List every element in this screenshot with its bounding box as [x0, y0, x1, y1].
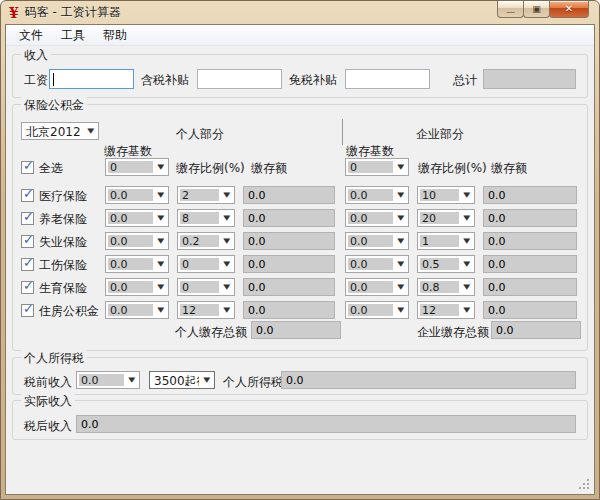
row-checkbox[interactable] [21, 189, 34, 202]
chevron-down-icon [393, 302, 408, 318]
personal-amount-field: 0.0 [243, 278, 335, 296]
chevron-down-icon [199, 372, 214, 388]
chevron-down-icon [83, 123, 98, 139]
insurance-row-pension: 养老保险 0.0 8 0.0 0.0 20 0.0 [13, 209, 587, 228]
select-all-enterprise-base-combo[interactable]: 0 [345, 158, 409, 176]
chevron-down-icon [219, 210, 234, 226]
combo-value: 0.0 [348, 258, 393, 270]
enterprise-ratio-combo[interactable]: 1 [417, 232, 475, 250]
menu-item-file[interactable]: 文件 [10, 24, 52, 47]
insurance-row-unemployment: 失业保险 0.0 0.2 0.0 0.0 1 0.0 [13, 232, 587, 251]
chevron-down-icon [124, 372, 139, 388]
chevron-down-icon [153, 233, 168, 249]
chevron-down-icon [153, 256, 168, 272]
enterprise-ratio-combo[interactable]: 0.8 [417, 278, 475, 296]
chevron-down-icon [459, 256, 474, 272]
salary-input[interactable] [49, 69, 134, 89]
personal-base-combo[interactable]: 0.0 [105, 209, 169, 227]
row-checkbox[interactable] [21, 281, 34, 294]
combo-value: 3500起征 [152, 374, 199, 386]
select-all-checkbox[interactable] [21, 161, 34, 174]
row-label: 住房公积金 [39, 303, 99, 320]
personal-base-combo[interactable]: 0.0 [105, 255, 169, 273]
taxfree-subsidy-input[interactable] [345, 69, 430, 89]
select-all-personal-base-combo[interactable]: 0 [105, 158, 169, 176]
region-select[interactable]: 北京2012 [21, 122, 99, 140]
chevron-down-icon [219, 302, 234, 318]
row-label: 失业保险 [39, 234, 87, 251]
group-income: 收入 工资 含税补贴 免税补贴 总计 [12, 54, 588, 98]
enterprise-ratio-combo[interactable]: 0.5 [417, 255, 475, 273]
section-divider [342, 119, 343, 145]
personal-section-header: 个人部分 [176, 126, 224, 143]
enterprise-amount-field: 0.0 [483, 232, 577, 250]
enterprise-total-label: 企业缴存总额 [417, 324, 489, 341]
personal-ratio-combo[interactable]: 0 [177, 278, 235, 296]
row-label: 养老保险 [39, 211, 87, 228]
personal-ratio-combo[interactable]: 12 [177, 301, 235, 319]
chevron-down-icon [393, 210, 408, 226]
enterprise-amount-field: 0.0 [483, 255, 577, 273]
row-checkbox[interactable] [21, 235, 34, 248]
combo-value: 0 [180, 258, 219, 270]
enterprise-base-combo[interactable]: 0.0 [345, 278, 409, 296]
combo-value: 0.0 [348, 304, 393, 316]
resize-grip[interactable] [579, 479, 589, 489]
personal-amount-field: 0.0 [243, 186, 335, 204]
row-label: 生育保险 [39, 280, 87, 297]
close-button[interactable]: ✕ [549, 1, 589, 18]
enterprise-base-combo[interactable]: 0.0 [345, 255, 409, 273]
menu-item-help[interactable]: 帮助 [94, 24, 136, 47]
enterprise-base-combo[interactable]: 0.0 [345, 186, 409, 204]
pretax-income-label: 税前收入 [24, 374, 72, 391]
personal-amount-field: 0.0 [243, 209, 335, 227]
enterprise-base-combo[interactable]: 0.0 [345, 209, 409, 227]
close-icon: ✕ [565, 4, 573, 14]
yen-app-icon: ¥ [9, 6, 19, 20]
combo-value: 1 [420, 235, 459, 247]
combo-value: 0.0 [348, 212, 393, 224]
personal-ratio-combo[interactable]: 8 [177, 209, 235, 227]
personal-ratio-combo[interactable]: 0.2 [177, 232, 235, 250]
chevron-down-icon [459, 187, 474, 203]
chevron-down-icon [393, 233, 408, 249]
personal-ratio-combo[interactable]: 2 [177, 186, 235, 204]
select-all-label: 全选 [39, 160, 63, 177]
minimize-button[interactable]: — [497, 1, 524, 18]
window-title: 码客 - 工资计算器 [25, 4, 121, 21]
enterprise-base-combo[interactable]: 0.0 [345, 301, 409, 319]
combo-value: 20 [420, 212, 459, 224]
enterprise-ratio-combo[interactable]: 12 [417, 301, 475, 319]
personal-base-combo[interactable]: 0.0 [105, 278, 169, 296]
row-checkbox[interactable] [21, 304, 34, 317]
aftertax-income-label: 税后收入 [24, 418, 72, 435]
maximize-button[interactable]: ▣ [523, 1, 550, 18]
row-checkbox[interactable] [21, 258, 34, 271]
menu-item-tools[interactable]: 工具 [52, 24, 94, 47]
chevron-down-icon [459, 233, 474, 249]
tax-threshold-select[interactable]: 3500起征 [149, 371, 215, 389]
chevron-down-icon [393, 187, 408, 203]
enterprise-ratio-combo[interactable]: 20 [417, 209, 475, 227]
enterprise-ratio-combo[interactable]: 10 [417, 186, 475, 204]
personal-base-combo[interactable]: 0.0 [105, 301, 169, 319]
row-checkbox[interactable] [21, 212, 34, 225]
insurance-row-housing-fund: 住房公积金 0.0 12 0.0 0.0 12 0.0 [13, 301, 587, 320]
enterprise-base-combo[interactable]: 0.0 [345, 232, 409, 250]
title-bar[interactable]: ¥ 码客 - 工资计算器 — ▣ ✕ [1, 1, 599, 24]
personal-base-combo[interactable]: 0.0 [105, 232, 169, 250]
pretax-income-combo[interactable]: 0.0 [76, 371, 140, 389]
group-tax: 个人所得税 税前收入 0.0 3500起征 个人所得税 0.0 [12, 357, 588, 395]
group-insurance-label: 保险公积金 [21, 97, 87, 114]
window-controls: — ▣ ✕ [498, 1, 589, 18]
personal-total-field: 0.0 [251, 321, 341, 339]
combo-value: 0 [180, 281, 219, 293]
insurance-row-medical: 医疗保险 0.0 2 0.0 0.0 10 0.0 [13, 186, 587, 205]
personal-base-combo[interactable]: 0.0 [105, 186, 169, 204]
combo-value: 0.0 [108, 281, 153, 293]
enterprise-section-header: 企业部分 [416, 126, 464, 143]
personal-ratio-combo[interactable]: 0 [177, 255, 235, 273]
chevron-down-icon [393, 159, 408, 175]
taxable-subsidy-input[interactable] [197, 69, 282, 89]
enterprise-amount-field: 0.0 [483, 186, 577, 204]
